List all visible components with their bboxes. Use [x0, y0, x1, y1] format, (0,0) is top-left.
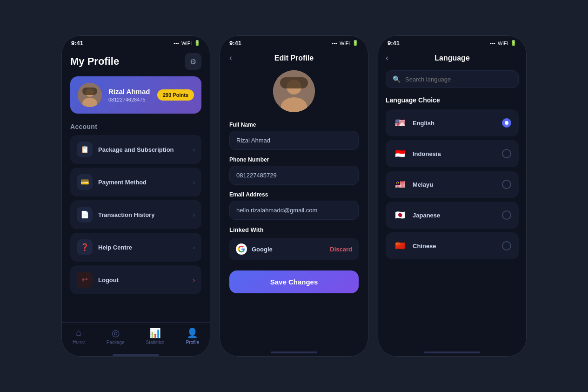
menu-item-help[interactable]: ❓ Help Centre ›	[70, 233, 201, 262]
bottom-indicator-1	[113, 354, 159, 356]
svg-rect-7	[280, 77, 308, 88]
arrow-icon-help: ›	[193, 244, 195, 251]
status-time-3: 9:41	[388, 40, 400, 47]
flag-indonesia: 🇮🇩	[393, 147, 407, 161]
search-icon: 🔍	[393, 75, 401, 83]
user-info: Rizal Ahmad 0812274628475	[108, 88, 151, 102]
lang-item-melayu[interactable]: 🇲🇾 Melayu	[386, 171, 519, 198]
nav-package-label: Package	[107, 340, 125, 345]
language-screen-content: ‹ Language 🔍 Language Choice 🇺🇸 English …	[378, 48, 526, 348]
gear-icon: ⚙	[190, 57, 196, 66]
linked-title: Linked With	[229, 226, 359, 233]
bottom-nav: ⌂ Home ◎ Package 📊 Statistics 👤 Profile	[62, 322, 210, 351]
radio-english	[502, 118, 511, 128]
edit-profile-title: Edit Profile	[274, 54, 314, 62]
status-icons-3: ▪▪▪ WiFi 🔋	[490, 40, 517, 46]
radio-chinese	[502, 241, 511, 250]
arrow-icon-payment: ›	[193, 179, 195, 186]
menu-item-logout[interactable]: ↩ Logout ›	[70, 265, 201, 294]
bottom-indicator-2	[271, 351, 317, 353]
profile-title-row: My Profile ⚙	[70, 53, 201, 70]
linked-google-item: Google Discard	[229, 238, 359, 260]
menu-label-logout: Logout	[98, 277, 187, 284]
status-icons-1: ▪▪▪ WiFi 🔋	[174, 40, 200, 46]
status-bar-2: 9:41 ▪▪▪ WiFi 🔋	[220, 36, 368, 48]
status-bar-3: 9:41 ▪▪▪ WiFi 🔋	[378, 36, 526, 48]
radio-japanese	[502, 210, 511, 220]
svg-rect-3	[82, 88, 97, 95]
flag-melayu: 🇲🇾	[393, 177, 407, 191]
package-icon: 📋	[77, 142, 93, 157]
search-input[interactable]	[405, 76, 512, 83]
menu-label-transaction: Transaction History	[98, 211, 187, 218]
nav-statistics-label: Statistics	[146, 340, 165, 345]
settings-button[interactable]: ⚙	[185, 53, 201, 70]
menu-item-payment[interactable]: 💳 Payment Method ›	[70, 168, 201, 196]
language-back-button[interactable]: ‹	[386, 53, 388, 63]
flag-japanese: 🇯🇵	[393, 208, 407, 222]
nav-home-label: Home	[73, 339, 85, 345]
account-label: Account	[70, 123, 201, 130]
back-button[interactable]: ‹	[229, 53, 232, 63]
menu-item-transaction[interactable]: 📄 Transaction History ›	[70, 200, 201, 229]
points-badge: 293 Points	[157, 89, 194, 101]
bottom-indicator-3	[424, 351, 480, 353]
lang-name-japanese: Japanese	[413, 212, 496, 219]
lang-name-indonesia: Indonesia	[413, 150, 496, 157]
lang-name-english: English	[413, 120, 496, 127]
nav-profile[interactable]: 👤 Profile	[186, 327, 199, 345]
menu-item-package[interactable]: 📋 Package and Subscription ›	[70, 135, 201, 164]
flag-english: 🇺🇸	[393, 116, 407, 130]
linked-section: Linked With Google Discard	[229, 226, 359, 260]
statistics-icon: 📊	[149, 327, 161, 338]
fullname-input[interactable]	[229, 131, 359, 150]
email-group: Email Address	[229, 191, 359, 220]
email-label: Email Address	[229, 191, 359, 198]
nav-profile-label: Profile	[186, 340, 199, 345]
signal-icon-3: ▪▪▪	[490, 41, 495, 46]
language-title: Language	[434, 54, 470, 62]
menu-label-payment: Payment Method	[98, 179, 187, 186]
phone-label: Phone Number	[229, 156, 359, 163]
battery-icon-3: 🔋	[510, 40, 517, 46]
google-label: Google	[252, 246, 325, 253]
arrow-icon-package: ›	[193, 146, 195, 153]
lang-item-chinese[interactable]: 🇨🇳 Chinese	[386, 232, 519, 259]
nav-statistics[interactable]: 📊 Statistics	[146, 327, 165, 345]
status-time-1: 9:41	[71, 40, 83, 47]
profile-nav-icon: 👤	[187, 327, 198, 338]
lang-item-indonesia[interactable]: 🇮🇩 Indonesia	[386, 140, 519, 167]
search-box[interactable]: 🔍	[386, 70, 519, 88]
radio-melayu	[502, 180, 511, 189]
fullname-label: Full Name	[229, 122, 359, 128]
menu-list: 📋 Package and Subscription › 💳 Payment M…	[70, 135, 201, 318]
fullname-group: Full Name	[229, 122, 359, 150]
home-icon: ⌂	[76, 327, 81, 338]
avatar-large	[273, 70, 315, 112]
lang-item-english[interactable]: 🇺🇸 English	[386, 109, 519, 136]
screen2-edit-profile: 9:41 ▪▪▪ WiFi 🔋 ‹ Edit Profile Full N	[220, 35, 368, 357]
profile-screen-content: My Profile ⚙ Rizal Ahmad 0812274628475 2…	[62, 48, 210, 318]
status-icons-2: ▪▪▪ WiFi 🔋	[332, 40, 359, 46]
save-changes-button[interactable]: Save Changes	[229, 270, 359, 293]
transaction-icon: 📄	[77, 207, 93, 223]
screen1-profile: 9:41 ▪▪▪ WiFi 🔋 My Profile ⚙ Ri	[61, 35, 210, 357]
logout-icon: ↩	[77, 272, 93, 288]
phone-input[interactable]	[229, 166, 359, 185]
screen3-language: 9:41 ▪▪▪ WiFi 🔋 ‹ Language 🔍 Language Ch…	[378, 35, 527, 357]
discard-button[interactable]: Discard	[330, 246, 352, 253]
nav-package[interactable]: ◎ Package	[107, 327, 125, 345]
wifi-icon-3: WiFi	[498, 41, 508, 46]
signal-icon-2: ▪▪▪	[332, 41, 337, 46]
language-choice-label: Language Choice	[386, 96, 519, 104]
email-input[interactable]	[229, 201, 359, 220]
avatar-edit-container	[229, 70, 359, 112]
radio-indonesia	[502, 149, 511, 158]
menu-label-help: Help Centre	[98, 244, 187, 251]
help-icon: ❓	[77, 239, 93, 255]
nav-home[interactable]: ⌂ Home	[73, 327, 85, 345]
lang-item-japanese[interactable]: 🇯🇵 Japanese	[386, 202, 519, 229]
signal-icon: ▪▪▪	[174, 41, 179, 46]
user-name: Rizal Ahmad	[108, 88, 151, 95]
battery-icon-2: 🔋	[352, 40, 359, 46]
